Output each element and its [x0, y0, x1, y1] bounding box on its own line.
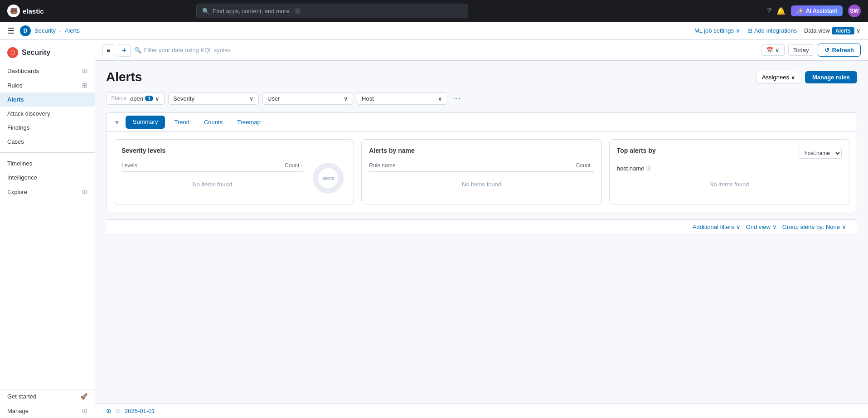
- main-content: ≡ + 🔍 Filter your data using KQL syntax …: [95, 40, 868, 418]
- ml-job-settings-label: ML job settings: [694, 27, 734, 34]
- sidebar: Security Dashboards ⊞ Rules ⊞ Alerts Att…: [0, 40, 95, 418]
- sidebar-item-label: Dashboards: [7, 68, 39, 74]
- sidebar-item-rules[interactable]: Rules ⊞: [0, 78, 95, 92]
- breadcrumb-security[interactable]: Security: [34, 27, 56, 34]
- filter-icon-button[interactable]: ≡: [102, 44, 114, 56]
- group-alerts-link[interactable]: Group alerts by: None ∨: [782, 224, 846, 230]
- notifications-icon[interactable]: 🔔: [776, 7, 786, 15]
- alerts-by-name-title: Alerts by name: [369, 147, 594, 154]
- sidebar-item-manage[interactable]: Manage ⊞: [0, 403, 95, 418]
- host-label: Host: [362, 95, 374, 102]
- help-icon[interactable]: ?: [767, 7, 771, 15]
- severity-filter[interactable]: Severity ∨: [168, 92, 259, 105]
- ml-job-settings-link[interactable]: ML job settings ∨: [694, 27, 740, 34]
- user-chevron-icon: ∨: [344, 95, 348, 102]
- additional-filters-label: Additional filters: [693, 224, 734, 230]
- top-alerts-header: Top alerts by host.name: [617, 147, 842, 160]
- tab-counts[interactable]: Counts: [197, 113, 230, 132]
- group-alerts-label: Group alerts by: None: [782, 224, 840, 230]
- sidebar-item-attack-discovery[interactable]: Attack discovery: [0, 107, 95, 121]
- status-label: Status: [111, 95, 126, 102]
- host-filter[interactable]: Host ∨: [357, 92, 447, 105]
- user-avatar[interactable]: SW: [848, 5, 861, 17]
- grid-icon: ⊞: [82, 67, 87, 74]
- tab-treemap[interactable]: Treemap: [230, 113, 268, 132]
- host-chevron-icon: ∨: [438, 95, 442, 102]
- sidebar-item-label: Get started: [7, 393, 36, 400]
- search-icon: 🔍: [134, 47, 141, 53]
- sidebar-item-label: Cases: [7, 138, 24, 145]
- today-button[interactable]: Today: [788, 44, 814, 56]
- sidebar-item-label: Intelligence: [7, 174, 37, 181]
- col-count-sort[interactable]: Count ↓: [576, 162, 594, 169]
- elastic-logo[interactable]: 🐻 elastic: [7, 5, 44, 17]
- data-view-chevron-icon[interactable]: ∨: [856, 27, 861, 34]
- breadcrumb-alerts[interactable]: Alerts: [65, 27, 80, 34]
- data-view-label: Data view: [804, 27, 830, 34]
- sidebar-divider: [0, 152, 95, 153]
- calendar-chevron: ∨: [775, 47, 780, 53]
- footer-star-icon[interactable]: ☆: [115, 407, 121, 414]
- sidebar-item-timelines[interactable]: Timelines: [0, 156, 95, 170]
- top-alerts-card: Top alerts by host.name host.name ⓘ No i…: [609, 139, 849, 204]
- sidebar-item-explore[interactable]: Explore ⊞: [0, 185, 95, 199]
- sidebar-header: Security: [0, 40, 95, 62]
- col-levels-label: Levels: [121, 162, 137, 169]
- rocket-icon: 🚀: [80, 393, 87, 400]
- grid-icon: ⊞: [82, 82, 87, 89]
- additional-filters-link[interactable]: Additional filters ∨: [693, 224, 741, 230]
- assignees-button[interactable]: Assignees ∨: [756, 71, 801, 84]
- status-filter[interactable]: Status open 1 ∨: [106, 92, 165, 105]
- alerts-by-name-empty-text: No items found: [369, 172, 594, 197]
- sidebar-item-findings[interactable]: Findings: [0, 121, 95, 135]
- sidebar-item-intelligence[interactable]: Intelligence: [0, 170, 95, 185]
- severity-table-header: Levels Count ↓: [121, 160, 303, 172]
- sidebar-item-get-started[interactable]: Get started 🚀: [0, 389, 95, 403]
- sidebar-title: Security: [22, 49, 50, 57]
- summary-cards: Severity levels Levels Count ↓ No items …: [107, 132, 857, 212]
- refresh-button[interactable]: ↺ Refresh: [818, 44, 861, 57]
- footer-add-icon[interactable]: ⊕: [106, 407, 112, 414]
- global-search-bar[interactable]: 🔍 Find apps, content, and more. /: [196, 4, 468, 18]
- refresh-icon: ↺: [824, 47, 829, 53]
- severity-label: Severity: [173, 95, 194, 102]
- top-by-select[interactable]: host.name: [799, 148, 842, 159]
- tab-summary[interactable]: Summary: [126, 116, 165, 129]
- add-integrations-link[interactable]: ⊞ Add integrations: [747, 27, 797, 34]
- refresh-label: Refresh: [832, 47, 854, 53]
- ai-assistant-button[interactable]: ✨ AI Assistant: [791, 5, 843, 16]
- severity-donut-chart: alerts: [310, 160, 346, 196]
- manage-rules-button[interactable]: Manage rules: [805, 71, 857, 83]
- user-filter[interactable]: User ∨: [262, 92, 353, 105]
- sort-arrow-icon: ↓: [592, 163, 594, 168]
- sidebar-item-cases[interactable]: Cases: [0, 135, 95, 149]
- calendar-button[interactable]: 📅 ∨: [761, 44, 785, 56]
- status-chevron-icon: ∨: [155, 95, 160, 102]
- add-integrations-label: Add integrations: [754, 27, 797, 34]
- filter-add-button[interactable]: +: [118, 44, 130, 57]
- col-count-sort[interactable]: Count ↓: [285, 162, 303, 169]
- data-view-badge[interactable]: Alerts: [832, 27, 854, 34]
- kql-filter-input[interactable]: 🔍 Filter your data using KQL syntax: [134, 47, 757, 53]
- alerts-header-right: Assignees ∨ Manage rules: [756, 71, 857, 84]
- hamburger-menu[interactable]: ☰: [7, 26, 15, 36]
- additional-filters-chevron-icon: ∨: [736, 224, 741, 230]
- search-icon: 🔍: [202, 8, 209, 15]
- collapse-panel-button[interactable]: ▼: [114, 113, 124, 131]
- sidebar-bottom: Get started 🚀 Manage ⊞: [0, 389, 95, 418]
- grid-view-link[interactable]: Grid view ∨: [746, 224, 777, 230]
- nav-badge[interactable]: D: [20, 25, 31, 36]
- sidebar-item-alerts[interactable]: Alerts: [0, 92, 95, 107]
- tab-trend[interactable]: Trend: [167, 113, 196, 132]
- alerts-by-name-card: Alerts by name Rule name Count ↓ No item…: [361, 139, 601, 204]
- sidebar-item-dashboards[interactable]: Dashboards ⊞: [0, 63, 95, 78]
- elastic-logo-icon: 🐻: [7, 5, 20, 17]
- ml-job-chevron-icon: ∨: [736, 27, 740, 34]
- more-filters-button[interactable]: ⋯: [451, 92, 463, 105]
- footer-date[interactable]: 2025-01-01: [125, 408, 155, 414]
- ai-assistant-label: AI Assistant: [806, 8, 837, 14]
- ai-assistant-icon: ✨: [796, 8, 803, 14]
- host-name-col-label: host.name: [617, 165, 645, 172]
- data-view-section: Data view Alerts ∨: [804, 27, 861, 34]
- bottom-toolbar: Additional filters ∨ Grid view ∨ Group a…: [106, 219, 857, 234]
